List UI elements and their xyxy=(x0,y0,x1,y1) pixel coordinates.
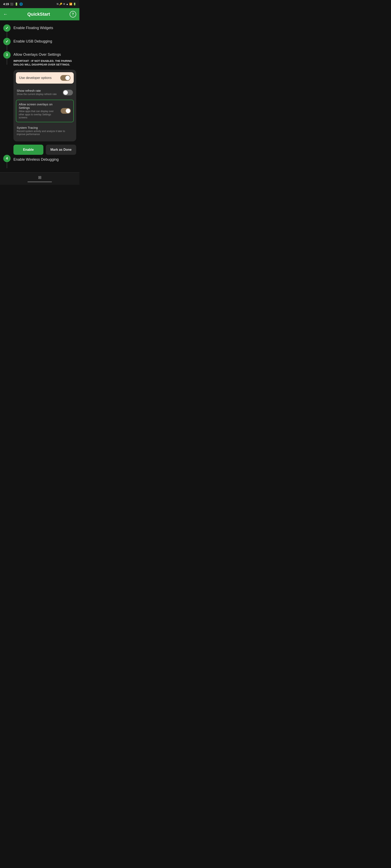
step-1-indicator-col: ✓ xyxy=(3,24,10,38)
toggle-thumb-2 xyxy=(63,90,68,95)
status-time: 4:15 ⬛ 🔋 🌐 xyxy=(3,2,23,6)
time-display: 4:15 xyxy=(3,2,9,6)
toggle-thumb xyxy=(65,76,70,80)
allow-overlays-toggle[interactable] xyxy=(61,108,71,114)
show-refresh-rate-toggle[interactable] xyxy=(63,90,73,95)
step-4-wrapper: 4 Enable Wireless Debugging xyxy=(0,37,79,172)
status-bar: 4:15 ⬛ 🔋 🌐 N 🔑 ❊ ▲ 📶 🔋 xyxy=(0,0,79,8)
bluetooth-icon: ❊ xyxy=(63,3,65,5)
network-icon: 🌐 xyxy=(19,2,23,6)
nfc-icon: N xyxy=(57,3,58,5)
use-developer-options-toggle[interactable] xyxy=(60,75,71,81)
step-1-content: Enable Floating Widgets xyxy=(13,24,76,34)
help-button[interactable]: ? xyxy=(69,11,76,18)
step-4-circle: 4 xyxy=(3,155,10,162)
step-4-content: Enable Wireless Debugging xyxy=(13,37,76,168)
step-4-line xyxy=(7,162,7,168)
header: ← QuickStart ? xyxy=(0,8,79,20)
step-1-row: ✓ Enable Floating Widgets xyxy=(3,24,76,38)
activity-icon: ⬛ xyxy=(10,3,13,6)
step-1-circle: ✓ xyxy=(3,24,10,32)
signal-icon: 📶 xyxy=(69,3,72,5)
status-icons: N 🔑 ❊ ▲ 📶 🔋 xyxy=(57,3,76,5)
bottom-nav: ⊞ xyxy=(0,172,79,185)
home-indicator xyxy=(27,182,52,182)
battery-icon: 🔋 xyxy=(15,2,18,6)
page-title: QuickStart xyxy=(27,11,50,17)
step-1-title: Enable Floating Widgets xyxy=(13,26,76,30)
wifi-icon: ▲ xyxy=(66,3,68,5)
step-4-indicator-col: 4 xyxy=(3,37,10,168)
key-icon: 🔑 xyxy=(59,3,62,5)
back-button[interactable]: ← xyxy=(3,11,8,17)
grid-icon[interactable]: ⊞ xyxy=(38,175,41,180)
step-4-title: Enable Wireless Debugging xyxy=(13,157,76,162)
battery-status-icon: 🔋 xyxy=(73,3,76,5)
toggle-thumb-3 xyxy=(66,108,70,113)
